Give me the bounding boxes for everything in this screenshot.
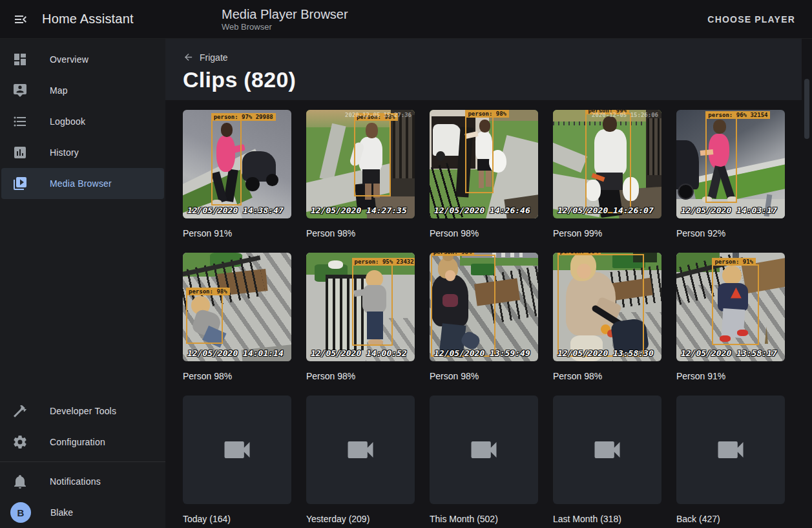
clip-card[interactable]: person: 95% 2343212/05/2020 14:00:52Pers… xyxy=(306,253,415,383)
user-avatar: B xyxy=(10,502,31,523)
sidebar-item-notifications[interactable]: Notifications xyxy=(1,466,164,497)
clip-thumbnail[interactable]: person: 91%12/05/2020 13:58:17 xyxy=(676,253,785,361)
clip-thumbnail[interactable]: person: 98%12/05/2020 14:26:46 xyxy=(430,110,538,218)
sidebar-item-user-profile[interactable]: B Blake xyxy=(1,497,164,528)
clip-caption: Person 92% xyxy=(676,227,785,240)
clip-card[interactable]: person: 98%12/05/2020 14:01:14Person 98% xyxy=(183,253,291,383)
breadcrumb-back[interactable]: Frigate xyxy=(183,52,228,63)
scene-shape xyxy=(320,123,346,181)
folder-thumbnail[interactable] xyxy=(183,396,291,504)
clip-timestamp: 12/05/2020 14:26:07 xyxy=(557,206,654,215)
gear-icon xyxy=(12,434,28,450)
clip-card[interactable]: person: 98%12/05/2020 14:26:46Person 98% xyxy=(430,110,538,240)
sidebar-item-developer-tools[interactable]: Developer Tools xyxy=(1,396,164,427)
detection-box: person: 97% 29988 xyxy=(211,120,242,206)
scene-shape xyxy=(433,124,461,156)
sidebar-item-label: History xyxy=(50,147,79,158)
clip-thumbnail[interactable]: person: 98%2020-12-05 15:27:3612/05/2020… xyxy=(306,110,415,218)
sidebar-item-media-browser[interactable]: Media Browser xyxy=(1,168,164,199)
clip-timestamp: 12/05/2020 13:58:30 xyxy=(557,348,654,358)
clip-card[interactable]: person: 99%2020-12-05 15:26:0612/05/2020… xyxy=(553,110,661,240)
scene-shape xyxy=(676,140,699,189)
folder-card[interactable]: Last Month (318) xyxy=(553,396,661,525)
scrollbar-track[interactable] xyxy=(802,39,812,528)
sidebar-header: Home Assistant xyxy=(0,5,165,34)
clip-thumbnail[interactable]: person: 97% 2998812/05/2020 14:38:47 xyxy=(183,110,291,218)
clip-card[interactable]: person: 98%12/05/2020 13:58:30Person 98% xyxy=(553,253,661,383)
folder-thumbnail[interactable] xyxy=(553,396,661,504)
sidebar: Overview Map Logbook xyxy=(0,39,165,528)
clip-card[interactable]: person: 91%12/05/2020 13:58:17Person 91% xyxy=(676,253,785,383)
detection-label: person: 98% xyxy=(465,110,509,118)
sidebar-item-configuration[interactable]: Configuration xyxy=(1,427,164,458)
choose-player-button[interactable]: CHOOSE PLAYER xyxy=(702,9,800,30)
sidebar-item-history[interactable]: History xyxy=(1,137,164,168)
sidebar-spacer xyxy=(0,199,165,396)
logbook-list-icon xyxy=(12,114,28,129)
detection-label: person: 91% xyxy=(712,258,756,266)
clip-thumbnail[interactable]: person: 98%12/05/2020 13:59:49 xyxy=(430,253,538,361)
folder-thumbnail[interactable] xyxy=(430,396,538,504)
user-name: Blake xyxy=(50,507,73,518)
clip-timestamp: 12/05/2020 14:03:17 xyxy=(681,206,777,215)
folder-card[interactable]: Yesterday (209) xyxy=(306,396,415,525)
video-camera-icon xyxy=(220,433,254,467)
arrow-left-icon xyxy=(183,52,194,63)
video-camera-icon xyxy=(590,433,624,467)
folder-thumbnail[interactable] xyxy=(306,396,415,504)
media-browser-content: Frigate Clips (820) person: 97% 2998812/… xyxy=(165,39,812,528)
clip-thumbnail[interactable]: person: 98%12/05/2020 13:58:30 xyxy=(553,253,661,361)
folder-thumbnail[interactable] xyxy=(676,396,785,504)
detection-label: person: 98% xyxy=(186,288,230,295)
detection-box: person: 98% xyxy=(557,254,644,357)
clip-thumbnail[interactable]: person: 95% 2343212/05/2020 14:00:52 xyxy=(306,253,415,361)
sidebar-item-label: Map xyxy=(50,85,68,96)
clip-caption: Person 99% xyxy=(553,227,661,240)
sidebar-item-label: Developer Tools xyxy=(50,406,116,416)
history-chart-icon xyxy=(12,145,28,160)
clip-thumbnail[interactable]: person: 96% 3215412/05/2020 14:03:17 xyxy=(676,110,785,218)
content-header: Frigate Clips (820) xyxy=(165,39,812,100)
clip-card[interactable]: person: 96% 3215412/05/2020 14:03:17Pers… xyxy=(676,110,785,240)
clip-thumbnail[interactable]: person: 99%2020-12-05 15:26:0612/05/2020… xyxy=(553,110,661,218)
clip-thumbnail[interactable]: person: 98%12/05/2020 14:01:14 xyxy=(183,253,291,361)
hammer-icon xyxy=(12,403,28,419)
sidebar-item-logbook[interactable]: Logbook xyxy=(1,106,164,137)
detection-box: person: 98% xyxy=(431,255,496,357)
media-browser-icon xyxy=(12,176,28,191)
map-person-icon xyxy=(12,83,28,98)
sidebar-item-label: Configuration xyxy=(50,437,105,447)
folder-caption: Last Month (318) xyxy=(553,513,661,525)
sidebar-toggle-button[interactable] xyxy=(6,5,35,34)
sidebar-item-map[interactable]: Map xyxy=(1,75,164,106)
view-title-block: Media Player Browser Web Browser xyxy=(222,6,348,32)
clip-caption: Person 98% xyxy=(553,370,661,383)
clip-timestamp: 12/05/2020 14:27:35 xyxy=(311,206,407,215)
folder-card[interactable]: Back (427) xyxy=(676,396,785,525)
detection-box: person: 98% xyxy=(186,294,223,344)
clip-caption: Person 91% xyxy=(183,227,291,240)
clip-card[interactable]: person: 98%2020-12-05 15:27:3612/05/2020… xyxy=(306,110,415,240)
scene-shape xyxy=(328,260,344,269)
clip-caption: Person 98% xyxy=(306,370,415,383)
detection-box: person: 98% xyxy=(354,120,391,196)
clip-card[interactable]: person: 97% 2998812/05/2020 14:38:47Pers… xyxy=(183,110,291,240)
detection-box: person: 98% xyxy=(465,116,494,193)
scrollbar-thumb[interactable] xyxy=(804,79,809,139)
view-title: Media Player Browser xyxy=(222,6,348,22)
folder-card[interactable]: Today (164) xyxy=(183,396,291,525)
clip-caption: Person 98% xyxy=(183,370,291,383)
detection-label: person: 96% 32154 xyxy=(705,111,770,119)
clip-card[interactable]: person: 98%12/05/2020 13:59:49Person 98% xyxy=(430,253,538,383)
scene-shape xyxy=(436,151,444,161)
scene-shape xyxy=(553,138,587,173)
clip-timestamp: 12/05/2020 13:58:17 xyxy=(681,348,777,358)
media-grid: person: 97% 2998812/05/2020 14:38:47Pers… xyxy=(165,100,812,528)
sidebar-item-overview[interactable]: Overview xyxy=(1,44,164,75)
sidebar-item-label: Overview xyxy=(50,54,88,65)
clip-timestamp: 12/05/2020 14:26:46 xyxy=(434,206,530,215)
folder-card[interactable]: This Month (502) xyxy=(430,396,538,525)
bell-icon xyxy=(12,474,28,489)
detection-label: person: 95% 23432 xyxy=(352,258,415,266)
video-camera-icon xyxy=(714,433,747,467)
